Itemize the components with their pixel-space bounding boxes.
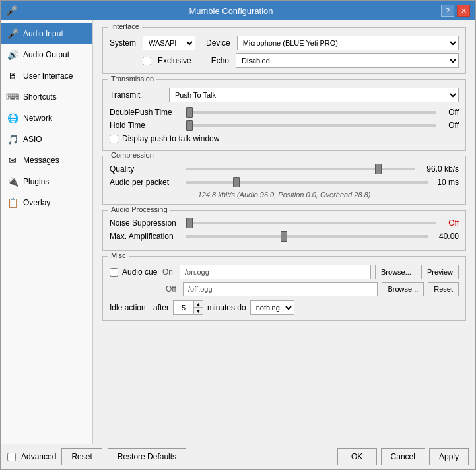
doublepush-slider[interactable] bbox=[186, 111, 436, 114]
sidebar-item-network[interactable]: 🌐 Network bbox=[1, 108, 92, 129]
max-amplification-slider[interactable] bbox=[186, 235, 428, 238]
audio-cue-on-row: Audio cue On Browse... Preview bbox=[110, 265, 459, 279]
quality-row: Quality 96.0 kb/s bbox=[110, 164, 459, 174]
echo-row: Exclusive Echo Disabled bbox=[110, 53, 459, 68]
sidebar-item-asio[interactable]: 🎵 ASIO bbox=[1, 129, 92, 150]
holdtime-row: Hold Time Off bbox=[110, 121, 459, 130]
max-amplification-value: 40.00 bbox=[432, 232, 459, 241]
echo-label: Echo bbox=[211, 56, 229, 65]
transmit-label: Transmit bbox=[110, 90, 162, 100]
help-button[interactable]: ? bbox=[441, 5, 454, 17]
holdtime-label: Hold Time bbox=[110, 121, 182, 130]
display-push-checkbox[interactable] bbox=[110, 135, 118, 143]
main-window: 🎤 Mumble Configuration ? ✕ 🎤 Audio Input… bbox=[0, 0, 476, 470]
transmission-group: Transmission Transmit Push To Talk Doubl… bbox=[102, 79, 466, 151]
idle-minutes-input[interactable] bbox=[174, 301, 193, 314]
audio-input-icon: 🎤 bbox=[6, 27, 19, 40]
reset-audio-button[interactable]: Reset bbox=[428, 282, 459, 296]
interface-group: Interface System WASAPI Device Microphon… bbox=[102, 27, 466, 74]
off-path-input[interactable] bbox=[183, 282, 378, 296]
doublepush-label: DoublePush Time bbox=[110, 108, 182, 117]
sidebar-item-audio-output-label: Audio Output bbox=[23, 50, 69, 59]
reset-button[interactable]: Reset bbox=[61, 448, 102, 465]
holdtime-slider[interactable] bbox=[186, 124, 436, 127]
sidebar-item-audio-input[interactable]: 🎤 Audio Input bbox=[1, 23, 92, 44]
quality-slider[interactable] bbox=[186, 168, 415, 170]
cancel-button[interactable]: Cancel bbox=[381, 448, 425, 465]
sidebar-item-overlay[interactable]: 📋 Overlay bbox=[1, 192, 92, 213]
idle-action-select[interactable]: nothing bbox=[250, 300, 294, 315]
asio-icon: 🎵 bbox=[6, 133, 19, 146]
system-label: System bbox=[110, 38, 136, 48]
network-icon: 🌐 bbox=[6, 112, 19, 125]
audio-per-packet-slider[interactable] bbox=[186, 181, 428, 184]
window-controls: ? ✕ bbox=[441, 5, 470, 17]
off-label: Off bbox=[166, 285, 179, 294]
restore-defaults-button[interactable]: Restore Defaults bbox=[108, 448, 186, 465]
compression-title: Compression bbox=[108, 151, 156, 159]
sidebar-item-messages[interactable]: ✉ Messages bbox=[1, 150, 92, 171]
spin-arrows: ▲ ▼ bbox=[193, 301, 203, 314]
on-path-input[interactable] bbox=[180, 265, 371, 279]
compression-group: Compression Quality 96.0 kb/s Audio per … bbox=[102, 156, 466, 205]
quality-value: 96.0 kb/s bbox=[419, 164, 459, 174]
sidebar-item-network-label: Network bbox=[23, 114, 52, 123]
sidebar-item-messages-label: Messages bbox=[23, 156, 59, 165]
idle-minutes-spinbox[interactable]: ▲ ▼ bbox=[173, 300, 203, 315]
max-amplification-row: Max. Amplification 40.00 bbox=[110, 232, 459, 241]
noise-suppression-row: Noise Suppression Off bbox=[110, 218, 459, 228]
preview-button[interactable]: Preview bbox=[421, 265, 459, 279]
audio-cue-checkbox[interactable] bbox=[110, 268, 118, 277]
doublepush-value: Off bbox=[440, 108, 459, 117]
transmission-title: Transmission bbox=[108, 75, 156, 83]
display-push-label: Display push to talk window bbox=[122, 134, 219, 143]
device-select[interactable]: Microphone (BLUE Yeti PRO) bbox=[237, 36, 459, 50]
max-amplification-label: Max. Amplification bbox=[110, 232, 182, 241]
messages-icon: ✉ bbox=[6, 154, 19, 167]
doublepush-row: DoublePush Time Off bbox=[110, 108, 459, 117]
compression-info: 124.8 kbit/s (Audio 96.0, Position 0.0, … bbox=[110, 191, 459, 199]
sidebar-item-shortcuts-label: Shortcuts bbox=[23, 92, 57, 102]
window-title: Mumble Configuration bbox=[21, 6, 441, 16]
system-row: System WASAPI Device Microphone (BLUE Ye… bbox=[110, 36, 459, 50]
bottom-left: Advanced Reset Restore Defaults bbox=[7, 448, 337, 465]
echo-select[interactable]: Disabled bbox=[236, 53, 459, 68]
audio-cue-label: Audio cue bbox=[122, 267, 158, 277]
advanced-checkbox[interactable] bbox=[7, 453, 16, 461]
holdtime-value: Off bbox=[440, 121, 459, 130]
sidebar-item-user-interface[interactable]: 🖥 User Interface bbox=[1, 65, 92, 86]
user-interface-icon: 🖥 bbox=[6, 69, 19, 83]
sidebar-item-audio-input-label: Audio Input bbox=[23, 29, 63, 38]
spin-up-arrow[interactable]: ▲ bbox=[193, 301, 203, 308]
misc-group: Misc Audio cue On Browse... Preview Off … bbox=[102, 256, 466, 321]
transmit-select[interactable]: Push To Talk bbox=[169, 88, 459, 102]
sidebar-item-user-interface-label: User Interface bbox=[23, 71, 73, 81]
quality-label: Quality bbox=[110, 164, 182, 174]
sidebar-item-asio-label: ASIO bbox=[23, 135, 42, 144]
audio-per-packet-value: 10 ms bbox=[432, 178, 459, 187]
apply-button[interactable]: Apply bbox=[429, 448, 469, 465]
main-content: 🎤 Audio Input 🔊 Audio Output 🖥 User Inte… bbox=[1, 20, 475, 444]
exclusive-checkbox[interactable] bbox=[143, 57, 151, 65]
app-icon: 🎤 bbox=[6, 5, 17, 16]
on-label: On bbox=[162, 267, 176, 277]
transmit-row: Transmit Push To Talk bbox=[110, 88, 459, 102]
noise-suppression-value: Off bbox=[440, 218, 459, 228]
title-bar: 🎤 Mumble Configuration ? ✕ bbox=[1, 1, 475, 20]
sidebar-item-shortcuts[interactable]: ⌨ Shortcuts bbox=[1, 86, 92, 108]
close-button[interactable]: ✕ bbox=[457, 5, 470, 17]
noise-suppression-label: Noise Suppression bbox=[110, 218, 182, 228]
shortcuts-icon: ⌨ bbox=[6, 90, 19, 104]
off-browse-button[interactable]: Browse... bbox=[382, 282, 424, 296]
sidebar-item-audio-output[interactable]: 🔊 Audio Output bbox=[1, 44, 92, 65]
system-select[interactable]: WASAPI bbox=[143, 36, 195, 50]
sidebar: 🎤 Audio Input 🔊 Audio Output 🖥 User Inte… bbox=[1, 20, 93, 444]
sidebar-item-plugins[interactable]: 🔌 Plugins bbox=[1, 171, 92, 192]
noise-suppression-slider[interactable] bbox=[186, 222, 436, 224]
exclusive-label: Exclusive bbox=[158, 56, 191, 65]
spin-down-arrow[interactable]: ▼ bbox=[193, 308, 203, 314]
ok-button[interactable]: OK bbox=[337, 448, 377, 465]
on-browse-button[interactable]: Browse... bbox=[375, 265, 417, 279]
idle-label: Idle action bbox=[110, 303, 149, 312]
audio-per-packet-row: Audio per packet 10 ms bbox=[110, 178, 459, 187]
